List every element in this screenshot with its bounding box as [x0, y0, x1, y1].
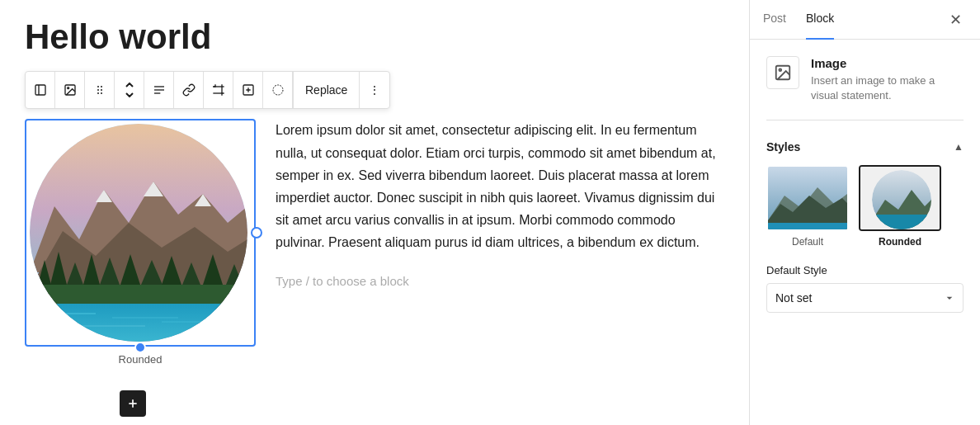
block-info-section: Image Insert an image to make a visual s… [766, 56, 964, 120]
styles-title: Styles [766, 140, 800, 153]
block-toolbar: Replace ⋮ [25, 71, 390, 109]
styles-collapse-button[interactable]: ▲ [954, 141, 964, 153]
image-block-icon [766, 56, 799, 89]
circle-button[interactable] [263, 72, 293, 108]
link-button[interactable] [174, 72, 204, 108]
svg-point-9 [101, 92, 102, 94]
drag-handle-button[interactable] [85, 72, 115, 108]
style-option-default[interactable]: Default [766, 165, 849, 248]
toggle-sidebar-button[interactable] [26, 72, 55, 108]
text-overlay-button[interactable] [233, 72, 263, 108]
default-style-select[interactable]: Not set [766, 283, 964, 313]
styles-section-header: Styles ▲ [766, 140, 964, 153]
replace-button[interactable]: Replace [293, 72, 360, 108]
block-info-description: Insert an image to make a visual stateme… [811, 73, 964, 103]
svg-rect-38 [30, 304, 247, 342]
svg-point-5 [101, 86, 102, 87]
close-sidebar-button[interactable]: ✕ [944, 8, 967, 31]
style-option-rounded[interactable]: Rounded [859, 165, 941, 248]
default-style-section: Default Style Not set [766, 264, 964, 313]
content-row: Rounded Lorem ipsum dolor sit amet, cons… [25, 119, 724, 366]
resize-handle-bottom[interactable] [134, 342, 146, 353]
image-circle [30, 124, 247, 342]
style-thumb-rounded [859, 165, 941, 231]
svg-point-8 [97, 92, 99, 94]
svg-point-6 [97, 89, 99, 91]
block-info-text: Image Insert an image to make a visual s… [811, 56, 964, 103]
default-style-label: Default Style [766, 264, 964, 276]
image-block-container: Rounded [25, 119, 256, 366]
svg-point-4 [97, 86, 99, 87]
image-block-wrapper[interactable] [25, 119, 256, 347]
svg-point-17 [273, 85, 283, 95]
sidebar-tabs: Post Block ✕ [750, 0, 980, 40]
sidebar: Post Block ✕ Image Insert an image to ma… [749, 0, 980, 425]
svg-point-3 [67, 87, 68, 89]
style-label-default: Default [792, 236, 823, 248]
tab-post[interactable]: Post [763, 0, 786, 40]
type-hint[interactable]: Type / to choose a block [276, 274, 724, 288]
svg-rect-50 [768, 223, 849, 231]
body-text[interactable]: Lorem ipsum dolor sit amet, consectetur … [276, 119, 724, 253]
styles-section: Styles ▲ [766, 140, 964, 313]
align-button[interactable] [144, 72, 174, 108]
svg-rect-0 [35, 85, 45, 95]
crop-button[interactable] [204, 72, 233, 108]
image-caption: Rounded [25, 353, 256, 366]
add-block-button[interactable] [120, 390, 146, 417]
svg-point-46 [779, 68, 781, 71]
style-label-rounded: Rounded [879, 236, 921, 248]
tab-group: Post Block [763, 0, 834, 39]
tab-block[interactable]: Block [806, 0, 834, 40]
svg-point-7 [101, 89, 102, 91]
resize-handle-right[interactable] [251, 227, 262, 238]
block-info-title: Image [811, 56, 964, 70]
image-icon-button[interactable] [55, 72, 85, 108]
body-text-area: Lorem ipsum dolor sit amet, consectetur … [276, 119, 724, 287]
style-options: Default [766, 165, 964, 248]
move-up-down-button[interactable] [115, 72, 144, 108]
post-title[interactable]: Hello world [25, 17, 724, 58]
sidebar-content: Image Insert an image to make a visual s… [750, 40, 980, 425]
style-thumb-default [766, 165, 849, 231]
editor-area: Hello world Replace ⋮ [0, 0, 749, 425]
more-options-button[interactable]: ⋮ [360, 72, 389, 108]
